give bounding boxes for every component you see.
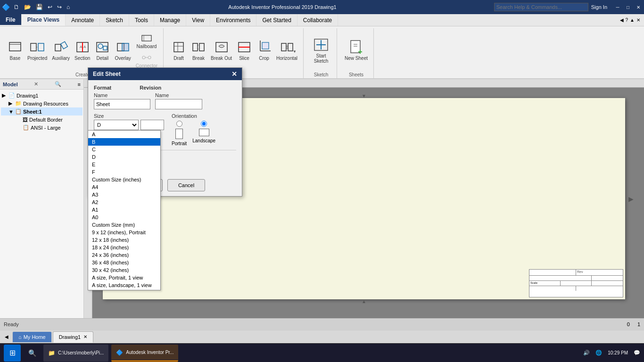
landscape-label: Landscape	[192, 138, 215, 143]
overlay-button[interactable]: Overlay	[113, 39, 132, 62]
tab-file[interactable]: File	[0, 14, 22, 26]
detail-button[interactable]: Detail	[93, 39, 112, 62]
section-button[interactable]: AA Section	[73, 39, 92, 62]
landscape-radio[interactable]	[201, 121, 207, 127]
taskbar-file-explorer[interactable]: 📁 C:\Users\moberly\Pi...	[43, 345, 108, 362]
dropdown-item-e[interactable]: E	[88, 161, 160, 168]
ribbon-help[interactable]: ?	[626, 17, 628, 23]
break-button[interactable]: Break	[189, 39, 208, 62]
tab-annotate[interactable]: Annotate	[66, 14, 100, 26]
svg-rect-13	[103, 46, 107, 50]
revision-section-label: Revision	[140, 85, 161, 90]
dropdown-item-36x48[interactable]: 36 x 48 (inches)	[88, 259, 160, 266]
dialog-close-button[interactable]: ✕	[231, 70, 237, 78]
size-dropdown[interactable]: A B C D E F Custom Size (inches) A4 A3 A…	[88, 130, 161, 290]
tree-default-border[interactable]: ▶ 🖼 Default Border	[1, 115, 83, 123]
dropdown-item-f[interactable]: F	[88, 168, 160, 176]
breakout-button[interactable]: Break Out	[209, 39, 234, 62]
nailboard-button[interactable]: Nailboard	[134, 32, 159, 50]
tab-sketch[interactable]: Sketch	[100, 14, 129, 26]
search-taskbar[interactable]: 🔍	[24, 345, 41, 362]
width-input[interactable]	[140, 120, 164, 130]
start-button[interactable]: ⊞	[4, 345, 21, 362]
dropdown-item-b-2view[interactable]: B size, 2 view	[88, 289, 160, 290]
new-button[interactable]: 🗋	[13, 4, 20, 10]
tab-environments[interactable]: Environments	[210, 14, 256, 26]
tab-nav-left[interactable]: ◀	[2, 331, 11, 343]
model-tab[interactable]: Model	[3, 82, 18, 87]
tab-view[interactable]: View	[186, 14, 210, 26]
new-sheet-icon	[349, 40, 364, 55]
size-select[interactable]: D	[94, 120, 139, 130]
notification-icon[interactable]: 💬	[634, 350, 640, 356]
drawing1-tab-close[interactable]: ✕	[83, 334, 87, 339]
dropdown-item-custom-mm[interactable]: Custom Size (mm)	[88, 221, 160, 229]
expander-drawing-resources[interactable]: ▶	[8, 100, 14, 107]
undo-button[interactable]: ↩	[47, 4, 53, 10]
revision-name-input[interactable]	[155, 99, 202, 109]
dropdown-item-24x36[interactable]: 24 x 36 (inches)	[88, 251, 160, 259]
dropdown-item-b[interactable]: B	[88, 138, 160, 146]
dropdown-item-9x12[interactable]: 9 x 12 (inches), Portrait	[88, 229, 160, 236]
taskbar-inventor[interactable]: 🔷 Autodesk Inventor Pr...	[111, 345, 178, 362]
dropdown-item-a0[interactable]: A0	[88, 214, 160, 221]
sidebar-search[interactable]: 🔍	[55, 81, 61, 87]
expander-drawing1[interactable]: ▶	[2, 92, 8, 99]
tree-drawing-resources[interactable]: ▶ 📁 Drawing Resources	[1, 99, 83, 107]
dropdown-item-12x18[interactable]: 12 x 18 (inches)	[88, 236, 160, 244]
slice-button[interactable]: Slice	[235, 39, 254, 62]
taskbar-speaker[interactable]: 🔊	[583, 350, 590, 356]
name-input[interactable]	[94, 99, 150, 109]
connector-button[interactable]: Connector	[134, 51, 159, 69]
sidebar-close[interactable]: ✕	[34, 81, 38, 87]
dropdown-item-a2[interactable]: A2	[88, 198, 160, 206]
ribbon-arrow-left[interactable]: ◀	[620, 17, 624, 23]
draft-button[interactable]: Draft	[169, 39, 188, 62]
auxiliary-button[interactable]: Auxiliary	[50, 39, 72, 62]
tab-tools[interactable]: Tools	[129, 14, 154, 26]
open-button[interactable]: 📂	[23, 4, 32, 10]
crop-button[interactable]: Crop	[255, 39, 273, 62]
dropdown-item-c[interactable]: C	[88, 146, 160, 153]
dropdown-item-18x24[interactable]: 18 x 24 (inches)	[88, 244, 160, 251]
portrait-radio[interactable]	[176, 121, 182, 127]
dropdown-item-a-portrait-1[interactable]: A size, Portrait, 1 view	[88, 274, 160, 281]
sidebar-menu[interactable]: ≡	[78, 82, 81, 87]
dropdown-item-a3[interactable]: A3	[88, 191, 160, 198]
tab-my-home[interactable]: ⌂ My Home	[12, 331, 52, 343]
signin-button[interactable]: Sign In	[591, 4, 607, 10]
dropdown-item-a1[interactable]: A1	[88, 206, 160, 214]
tab-manage[interactable]: Manage	[154, 14, 186, 26]
dropdown-item-d[interactable]: D	[88, 153, 160, 161]
search-input[interactable]	[494, 3, 588, 11]
maximize-button[interactable]: □	[624, 3, 632, 11]
projected-button[interactable]: Projected	[25, 39, 49, 62]
close-button[interactable]: ✕	[635, 3, 642, 11]
nav-arrow-right[interactable]: ▶	[628, 195, 634, 203]
home-button[interactable]: ⌂	[66, 4, 71, 10]
dropdown-item-a4[interactable]: A4	[88, 183, 160, 191]
ribbon-close[interactable]: ✕	[636, 17, 640, 23]
tree-sheet1[interactable]: ▼ 📋 Sheet:1	[1, 107, 83, 115]
base-button[interactable]: Base	[6, 39, 25, 62]
expander-sheet1[interactable]: ▼	[8, 109, 14, 115]
ribbon-minimize[interactable]: ▲	[630, 17, 635, 23]
tab-collaborate[interactable]: Collaborate	[297, 14, 338, 26]
minimize-button[interactable]: ─	[614, 3, 621, 11]
tree-ansi-large[interactable]: ▶ 📋 ANSI - Large	[1, 123, 83, 132]
taskbar-network[interactable]: 🌐	[595, 350, 602, 356]
dropdown-item-a[interactable]: A	[88, 131, 160, 138]
tab-place-views[interactable]: Place Views	[22, 14, 66, 26]
horizontal-button[interactable]: ▼ Horizontal	[274, 39, 299, 62]
cancel-button[interactable]: Cancel	[167, 179, 205, 191]
dropdown-item-a-landscape-1[interactable]: A size, Landscape, 1 view	[88, 281, 160, 289]
new-sheet-button[interactable]: New Sheet	[343, 39, 370, 62]
start-sketch-button[interactable]: StartSketch	[309, 36, 333, 65]
redo-button[interactable]: ↪	[56, 4, 63, 10]
dropdown-item-30x42[interactable]: 30 x 42 (inches)	[88, 266, 160, 274]
save-button[interactable]: 💾	[35, 4, 44, 10]
tab-get-started[interactable]: Get Started	[256, 14, 297, 26]
tab-drawing1[interactable]: Drawing1 ✕	[53, 331, 93, 343]
tree-drawing1[interactable]: ▶ 📄 Drawing1	[1, 91, 83, 99]
dropdown-item-custom-inches[interactable]: Custom Size (inches)	[88, 176, 160, 183]
